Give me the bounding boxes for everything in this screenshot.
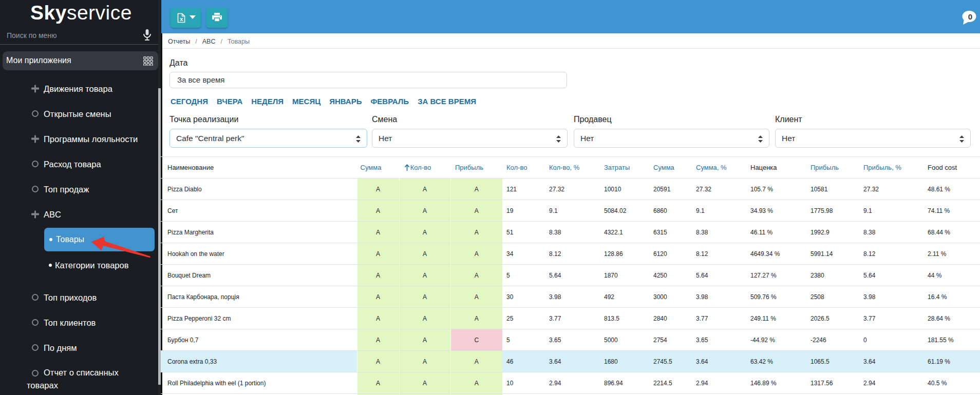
svg-text:0: 0 [968, 12, 972, 21]
svg-text:x: x [180, 16, 183, 22]
